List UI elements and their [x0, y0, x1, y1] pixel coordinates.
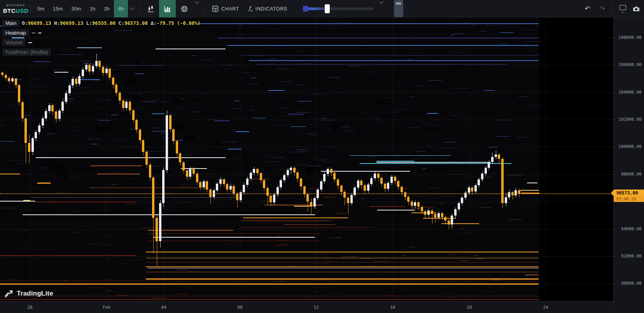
- noise-dash: [242, 73, 248, 73]
- noise-dash: [73, 232, 80, 233]
- noise-dash: [280, 108, 288, 109]
- redo-icon[interactable]: ↷: [595, 0, 610, 17]
- timeframe-1h[interactable]: 1h: [86, 0, 100, 17]
- main-layer-item[interactable]: Main: [2, 19, 19, 27]
- noise-dash: [450, 264, 464, 265]
- layer-item-footprint-profile-[interactable]: FootPrint+ (Profile): [2, 49, 51, 56]
- candle: [448, 221, 450, 224]
- slider-handle[interactable]: [325, 4, 330, 13]
- noise-dash: [485, 235, 499, 236]
- liquidity-line: [33, 61, 51, 62]
- noise-dash: [362, 113, 366, 113]
- noise-dash: [385, 150, 392, 151]
- symbol-block[interactable]: BITFINEX BTCUSD: [0, 0, 28, 17]
- liquidity-line: [249, 60, 539, 61]
- candle: [290, 168, 292, 170]
- noise-dash: [418, 44, 430, 45]
- noise-dash: [30, 188, 38, 188]
- shadow-blob: [306, 166, 319, 171]
- liquidity-line: [146, 266, 539, 267]
- chart-type-dropdown-chevron-icon[interactable]: [194, 0, 199, 4]
- chart-legend: Main O:96699.13 H:96699.13 L:96555.00 C:…: [2, 19, 200, 58]
- noise-dash: [252, 184, 259, 184]
- liquidity-line: [146, 278, 539, 280]
- candle: [441, 213, 443, 217]
- chart-button[interactable]: CHART: [207, 0, 244, 17]
- candle: [417, 202, 420, 207]
- noise-dash: [251, 78, 256, 78]
- noise-dash: [150, 128, 161, 128]
- fx-icon: ƒx: [248, 5, 253, 12]
- noise-dash: [181, 186, 190, 186]
- shadow-blob: [226, 80, 229, 85]
- candle: [132, 110, 135, 120]
- time-tick-label: 12: [313, 305, 318, 310]
- liquidity-line: [218, 38, 539, 38]
- noise-dash: [228, 160, 244, 160]
- time-gridline: [107, 17, 107, 301]
- hd-quality-button[interactable]: HD: [394, 0, 403, 17]
- noise-dash: [48, 249, 55, 249]
- noise-dash: [407, 59, 411, 59]
- sphere-view-button[interactable]: [176, 0, 193, 17]
- noise-dash: [244, 23, 249, 23]
- candle: [85, 65, 88, 70]
- chart-plot-area[interactable]: Main O:96699.13 H:96699.13 L:96555.00 C:…: [0, 17, 613, 301]
- time-axis[interactable]: 28Feb040812162024: [0, 301, 613, 313]
- timeframe-15m[interactable]: 15m: [49, 0, 67, 17]
- price-tick-dash: [614, 174, 616, 175]
- timeframe-2h[interactable]: 2h: [100, 0, 114, 17]
- noise-dash: [176, 75, 179, 76]
- noise-dash: [142, 101, 156, 102]
- noise-dash: [443, 287, 450, 287]
- shadow-blob: [214, 143, 221, 147]
- symbol-quote: USD: [16, 7, 28, 14]
- noise-dash: [480, 31, 486, 31]
- timeframe-30m[interactable]: 30m: [67, 0, 85, 17]
- candle: [145, 152, 148, 165]
- timeframe-dropdown-chevron-icon[interactable]: [130, 5, 134, 10]
- price-axis[interactable]: 96573.00 03:46:24 108000.00106000.001040…: [613, 17, 644, 313]
- screenshot-button[interactable]: [631, 0, 644, 17]
- candle: [135, 120, 138, 130]
- noise-dash: [461, 228, 464, 229]
- candlestick-chart-type-button[interactable]: [142, 0, 159, 17]
- layer-item-heatmap[interactable]: Heatmap: [2, 29, 29, 37]
- slider-dropdown-chevron-icon[interactable]: [379, 0, 383, 4]
- noise-dash: [259, 46, 261, 46]
- liquidity-line: [0, 255, 136, 256]
- noise-dash: [478, 205, 489, 206]
- noise-dash: [310, 56, 319, 56]
- layout-select-button[interactable]: [615, 5, 631, 13]
- undo-icon[interactable]: ↶: [580, 0, 595, 17]
- candle: [125, 102, 128, 108]
- candle: [347, 198, 349, 203]
- ohlc-field-value: 96555.00: [92, 20, 116, 26]
- layer-name-label: Volume: [5, 40, 22, 45]
- symbol-label: BTCUSD: [3, 7, 29, 14]
- noise-dash: [154, 250, 168, 251]
- candle: [21, 102, 24, 119]
- liquidity-line: [148, 233, 319, 234]
- noise-dash: [184, 177, 190, 178]
- candle: [149, 165, 151, 178]
- noise-dash: [105, 264, 118, 265]
- noise-dash: [18, 211, 22, 212]
- candle: [65, 93, 67, 102]
- timeframe-5m[interactable]: 5m: [33, 0, 49, 17]
- shadow-blob: [309, 162, 321, 164]
- heatmap-intensity-slider[interactable]: [303, 0, 374, 17]
- noise-dash: [499, 44, 508, 44]
- liquidity-line: [241, 55, 539, 56]
- noise-dash: [325, 25, 339, 26]
- layer-item-volume[interactable]: Volume: [2, 39, 25, 46]
- noise-dash: [402, 20, 417, 21]
- timeframe-4h-active[interactable]: 4h: [114, 0, 128, 17]
- indicators-button[interactable]: ƒx INDICATORS: [244, 0, 292, 17]
- heatmap-chart-type-button-active[interactable]: [159, 0, 176, 17]
- noise-dash: [497, 136, 510, 137]
- legend-layer-row: Heatmap: [2, 29, 200, 37]
- noise-dash: [4, 91, 15, 92]
- noise-dash: [98, 100, 111, 101]
- liquidity-line: [23, 214, 315, 215]
